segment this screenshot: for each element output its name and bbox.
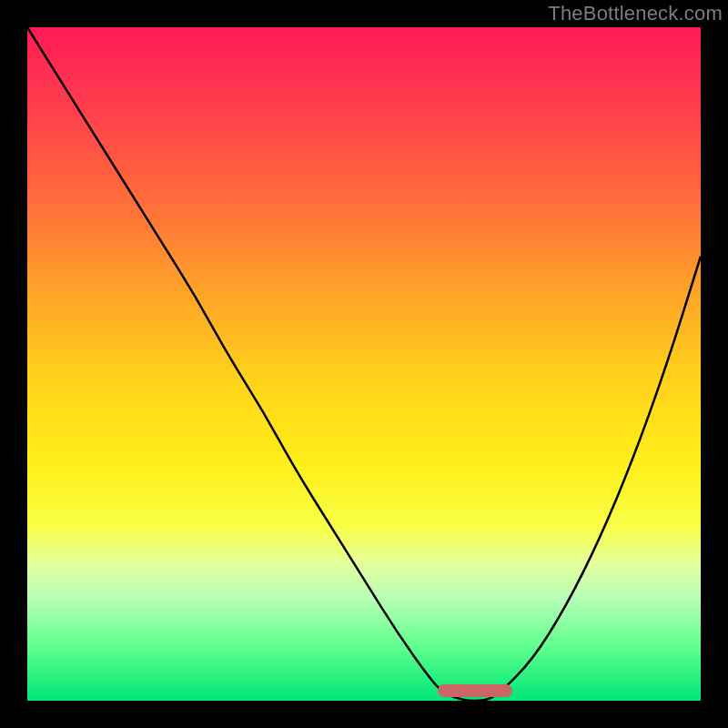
watermark-text: TheBottleneck.com bbox=[548, 2, 723, 25]
bottleneck-curve-line bbox=[27, 27, 701, 701]
curve-svg bbox=[27, 27, 701, 701]
plot-area bbox=[27, 27, 701, 701]
bottleneck-chart: TheBottleneck.com bbox=[0, 0, 728, 728]
optimal-range-marker bbox=[438, 684, 511, 697]
